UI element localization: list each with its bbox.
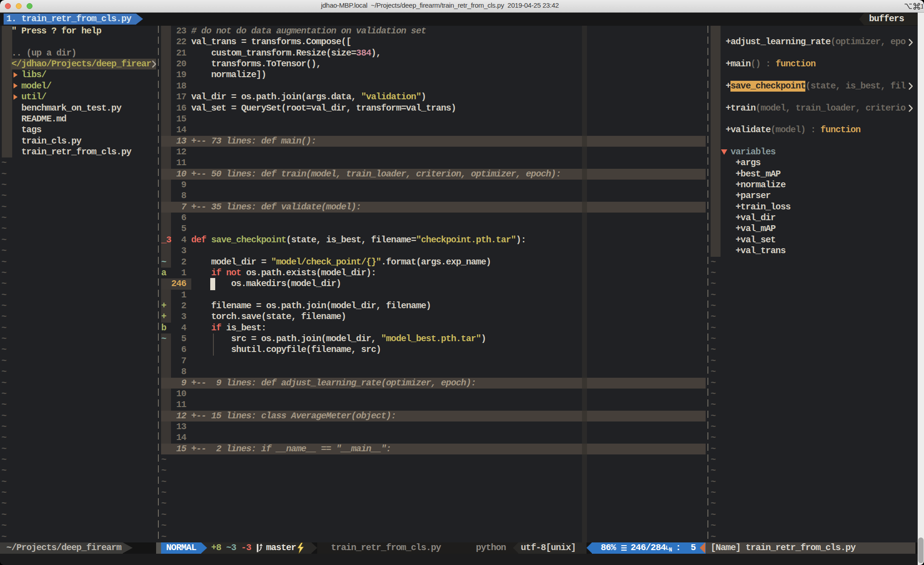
svg-text:1: 1: [920, 2, 923, 10]
